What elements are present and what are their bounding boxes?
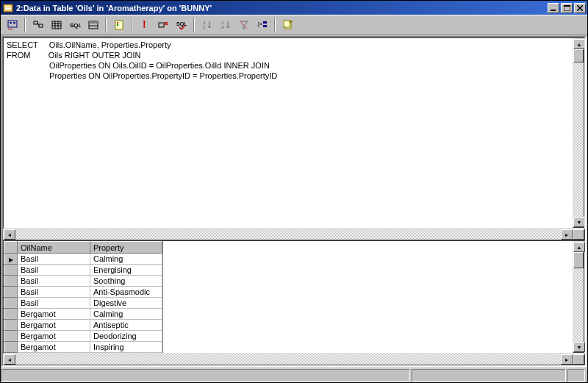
cell[interactable]: Basil — [18, 287, 90, 298]
cell[interactable]: Inspiring — [90, 342, 162, 353]
table-row[interactable]: BasilCalming — [4, 254, 162, 265]
column-header-oilname[interactable]: OilName — [18, 242, 90, 254]
properties-icon[interactable] — [110, 17, 127, 33]
cell[interactable]: Basil — [18, 298, 90, 309]
scroll-thumb[interactable] — [573, 49, 584, 62]
column-header-property[interactable]: Property — [90, 242, 162, 254]
grid-header-row: OilName Property — [4, 242, 162, 254]
titlebar[interactable]: 2:Data in Table 'Oils' in 'Aromatherapy'… — [1, 1, 587, 15]
scroll-corner — [573, 354, 584, 365]
row-selector[interactable] — [4, 298, 18, 309]
sql-vscrollbar[interactable]: ▴ ▾ — [573, 38, 584, 228]
close-button[interactable] — [574, 3, 586, 13]
remove-filter-icon[interactable] — [235, 17, 252, 33]
add-table-icon[interactable]: + — [279, 17, 296, 33]
diagram-pane-icon[interactable] — [4, 17, 21, 33]
svg-text:SQL: SQL — [176, 21, 187, 27]
status-secondary — [412, 369, 566, 382]
row-selector[interactable] — [4, 320, 18, 331]
grid-hscrollbar[interactable]: ◂ ▸ — [3, 354, 585, 365]
scroll-right-icon[interactable]: ▸ — [561, 354, 573, 365]
row-selector[interactable] — [4, 254, 18, 265]
status-bar — [1, 368, 587, 382]
scroll-track[interactable] — [15, 229, 561, 240]
svg-rect-15 — [115, 21, 123, 29]
row-header-corner[interactable] — [4, 242, 18, 254]
table-row[interactable]: BasilSoothing — [4, 276, 162, 287]
scroll-up-icon[interactable]: ▴ — [573, 242, 585, 252]
resize-grip[interactable] — [567, 369, 585, 382]
window-title: 2:Data in Table 'Oils' in 'Aromatherapy'… — [16, 4, 546, 12]
toolbar-separator — [274, 18, 276, 32]
cell[interactable]: Anti-Spasmodic — [90, 287, 162, 298]
row-selector[interactable] — [4, 265, 18, 276]
minimize-button[interactable] — [548, 3, 559, 13]
svg-text:+: + — [289, 19, 293, 26]
show-results-icon[interactable] — [85, 17, 101, 33]
scroll-track[interactable] — [573, 268, 584, 342]
cell[interactable]: Bergamot — [18, 309, 90, 320]
cell[interactable]: Energising — [90, 265, 162, 276]
results-grid[interactable]: OilName Property BasilCalmingBasilEnergi… — [4, 241, 162, 353]
svg-text:SQL: SQL — [70, 22, 81, 29]
table-row[interactable]: BasilAnti-Spasmodic — [4, 287, 162, 298]
cell[interactable]: Basil — [18, 265, 90, 276]
row-selector[interactable] — [4, 287, 18, 298]
cell[interactable]: Soothing — [90, 276, 162, 287]
table-row[interactable]: BasilEnergising — [4, 265, 162, 276]
cell[interactable]: Antiseptic — [90, 320, 162, 331]
show-grid-icon[interactable] — [48, 17, 65, 33]
group-by-icon[interactable]: [≡ — [254, 17, 270, 33]
row-selector[interactable] — [4, 331, 18, 342]
sql-pane[interactable]: SELECT Oils.OilName, Properties.Property… — [3, 37, 585, 229]
svg-rect-7 — [10, 22, 12, 24]
scroll-left-icon[interactable]: ◂ — [4, 354, 15, 365]
row-selector[interactable] — [4, 276, 18, 287]
show-sql-icon[interactable]: SQL — [66, 17, 83, 33]
app-icon — [2, 2, 14, 14]
cell[interactable]: Digestive — [90, 298, 162, 309]
app-window: 2:Data in Table 'Oils' in 'Aromatherapy'… — [0, 0, 588, 383]
cell[interactable]: Bergamot — [18, 331, 90, 342]
sort-asc-icon[interactable]: AZ — [198, 17, 215, 33]
table-row[interactable]: BergamotInspiring — [4, 342, 162, 353]
row-selector[interactable] — [4, 309, 18, 320]
cell[interactable]: Calming — [90, 309, 162, 320]
svg-rect-19 — [159, 23, 164, 27]
show-diagram-icon[interactable] — [29, 17, 46, 33]
table-row[interactable]: BergamotCalming — [4, 309, 162, 320]
scroll-track[interactable] — [573, 62, 584, 217]
cancel-edit-icon[interactable] — [154, 17, 171, 33]
sql-hscrollbar[interactable]: ◂ ▸ — [3, 229, 585, 240]
cell[interactable]: Basil — [18, 254, 90, 265]
cell[interactable]: Calming — [90, 254, 162, 265]
toolbar-separator — [105, 18, 107, 32]
sql-text[interactable]: SELECT Oils.OilName, Properties.Property… — [4, 38, 584, 82]
svg-rect-16 — [117, 22, 118, 24]
maximize-button[interactable] — [561, 3, 573, 13]
cell[interactable]: Basil — [18, 276, 90, 287]
run-icon[interactable]: ! — [136, 17, 153, 33]
table-row[interactable]: BasilDigestive — [4, 298, 162, 309]
sort-desc-icon[interactable]: ZA — [217, 17, 234, 33]
scroll-left-icon[interactable]: ◂ — [4, 229, 15, 240]
svg-rect-9 — [34, 21, 37, 24]
cell[interactable]: Bergamot — [18, 320, 90, 331]
table-row[interactable]: BergamotAntiseptic — [4, 320, 162, 331]
scroll-thumb[interactable] — [573, 252, 584, 268]
toolbar-separator — [24, 18, 26, 32]
grid-vscrollbar[interactable]: ▴ ▾ — [573, 241, 584, 353]
cell[interactable]: Bergamot — [18, 342, 90, 353]
scroll-down-icon[interactable]: ▾ — [573, 342, 585, 352]
scroll-track[interactable] — [15, 354, 561, 365]
row-selector[interactable] — [4, 342, 18, 353]
scroll-right-icon[interactable]: ▸ — [561, 229, 573, 240]
table-row[interactable]: BergamotDeodorizing — [4, 331, 162, 342]
grid-empty-area — [162, 241, 584, 353]
status-main — [1, 369, 410, 382]
verify-sql-icon[interactable]: SQL — [173, 17, 190, 33]
cell[interactable]: Deodorizing — [90, 331, 162, 342]
svg-rect-1 — [5, 6, 11, 7]
scroll-up-icon[interactable]: ▴ — [573, 39, 585, 49]
scroll-down-icon[interactable]: ▾ — [573, 217, 585, 227]
